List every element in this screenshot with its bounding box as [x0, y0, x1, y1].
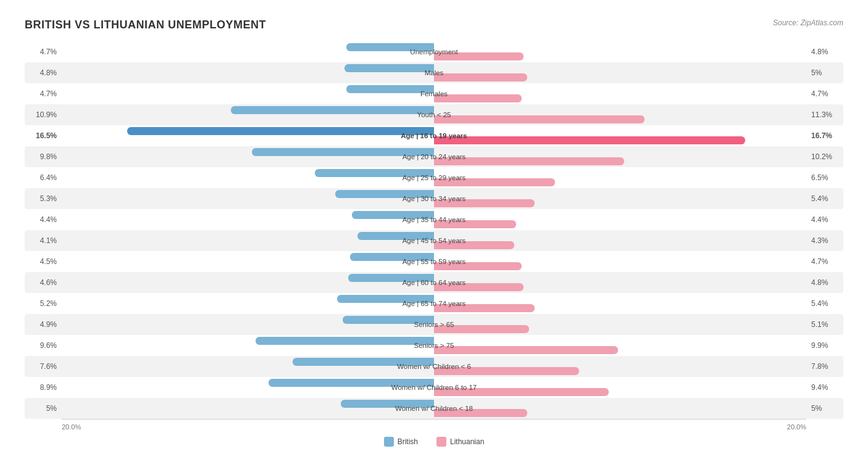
- chart-row: 5%Women w/ Children < 185%: [25, 398, 843, 419]
- blue-bar: [348, 274, 434, 282]
- pink-bar: [434, 241, 514, 249]
- right-value: 5.4%: [806, 194, 843, 203]
- pink-bar: [434, 115, 645, 123]
- pink-bar: [434, 388, 609, 396]
- x-axis-left-label: 20.0%: [62, 423, 81, 431]
- chart-row: 4.7%Females4.7%: [25, 83, 843, 104]
- bars-column: Age | 65 to 74 years: [62, 295, 806, 312]
- left-value: 5.2%: [25, 299, 62, 308]
- right-value: 4.3%: [806, 236, 843, 245]
- blue-bar: [350, 253, 434, 261]
- blue-bar: [335, 190, 434, 198]
- legend-british-icon: [384, 437, 394, 447]
- right-value: 5.4%: [806, 299, 843, 308]
- bars-column: Age | 55 to 59 years: [62, 253, 806, 270]
- chart-row: 4.7%Unemployment4.8%: [25, 41, 843, 62]
- left-value: 4.5%: [25, 257, 62, 266]
- left-value: 7.6%: [25, 362, 62, 371]
- blue-bar: [252, 148, 434, 156]
- bars-column: Youth < 25: [62, 106, 806, 123]
- left-value: 4.7%: [25, 89, 62, 98]
- right-value: 4.4%: [806, 215, 843, 224]
- pink-bar: [434, 94, 522, 102]
- right-value: 4.7%: [806, 257, 843, 266]
- right-value: 5.1%: [806, 320, 843, 329]
- chart-row: 5.2%Age | 65 to 74 years5.4%: [25, 293, 843, 314]
- chart-title: BRITISH VS LITHUANIAN UNEMPLOYMENT: [25, 19, 266, 31]
- chart-row: 10.9%Youth < 2511.3%: [25, 104, 843, 125]
- legend-lithuanian-icon: [436, 437, 446, 447]
- right-value: 4.8%: [806, 48, 843, 56]
- right-value: 9.4%: [806, 383, 843, 392]
- pink-bar: [434, 136, 745, 144]
- pink-bar: [434, 262, 522, 270]
- chart-header: BRITISH VS LITHUANIAN UNEMPLOYMENT Sourc…: [25, 19, 843, 31]
- blue-bar: [346, 43, 434, 51]
- chart-row: 5.3%Age | 30 to 34 years5.4%: [25, 188, 843, 209]
- chart-container: BRITISH VS LITHUANIAN UNEMPLOYMENT Sourc…: [12, 12, 856, 459]
- right-value: 5%: [806, 68, 843, 77]
- blue-bar: [346, 85, 434, 93]
- right-value: 16.7%: [806, 131, 843, 140]
- chart-row: 9.6%Seniors > 759.9%: [25, 335, 843, 356]
- left-value: 16.5%: [25, 131, 62, 140]
- left-value: 4.7%: [25, 48, 62, 56]
- blue-bar: [293, 358, 434, 366]
- bars-column: Age | 45 to 54 years: [62, 232, 806, 249]
- left-value: 4.9%: [25, 320, 62, 329]
- legend: British Lithuanian: [25, 437, 843, 447]
- bars-column: Females: [62, 85, 806, 102]
- blue-bar: [357, 232, 434, 240]
- left-value: 8.9%: [25, 383, 62, 392]
- left-value: 9.8%: [25, 152, 62, 161]
- bars-column: Age | 20 to 24 years: [62, 148, 806, 165]
- blue-bar: [352, 211, 434, 219]
- legend-lithuanian: Lithuanian: [436, 437, 484, 447]
- blue-bar: [341, 400, 434, 408]
- left-value: 4.4%: [25, 215, 62, 224]
- blue-bar: [231, 106, 434, 114]
- chart-row: 4.9%Seniors > 655.1%: [25, 314, 843, 335]
- right-value: 6.5%: [806, 173, 843, 182]
- bars-column: Women w/ Children < 6: [62, 358, 806, 375]
- chart-row: 9.8%Age | 20 to 24 years10.2%: [25, 146, 843, 167]
- bars-column: Unemployment: [62, 43, 806, 60]
- pink-bar: [434, 304, 535, 312]
- pink-bar: [434, 346, 618, 354]
- bars-column: Age | 60 to 64 years: [62, 274, 806, 291]
- bars-column: Age | 16 to 19 years: [62, 127, 806, 144]
- right-value: 4.8%: [806, 278, 843, 287]
- blue-bar: [269, 379, 434, 387]
- bars-column: Age | 30 to 34 years: [62, 190, 806, 207]
- legend-british: British: [384, 437, 418, 447]
- chart-source: Source: ZipAtlas.com: [773, 19, 843, 27]
- pink-bar: [434, 157, 624, 165]
- pink-bar: [434, 283, 524, 291]
- chart-row: 4.8%Males5%: [25, 62, 843, 83]
- right-value: 10.2%: [806, 152, 843, 161]
- bars-column: Seniors > 65: [62, 316, 806, 333]
- bars-column: Women w/ Children 6 to 17: [62, 379, 806, 396]
- chart-row: 6.4%Age | 25 to 29 years6.5%: [25, 167, 843, 188]
- right-value: 11.3%: [806, 110, 843, 119]
- pink-bar: [434, 325, 529, 333]
- chart-row: 16.5%Age | 16 to 19 years16.7%: [25, 125, 843, 146]
- legend-lithuanian-label: Lithuanian: [450, 437, 484, 446]
- left-value: 5.3%: [25, 194, 62, 203]
- right-value: 5%: [806, 404, 843, 413]
- bars-column: Women w/ Children < 18: [62, 400, 806, 417]
- blue-bar: [343, 316, 434, 324]
- chart-row: 4.6%Age | 60 to 64 years4.8%: [25, 272, 843, 293]
- left-value: 4.6%: [25, 278, 62, 287]
- right-value: 7.8%: [806, 362, 843, 371]
- x-axis-right-label: 20.0%: [787, 423, 806, 431]
- chart-row: 8.9%Women w/ Children 6 to 179.4%: [25, 377, 843, 398]
- blue-bar: [337, 295, 434, 303]
- left-value: 5%: [25, 404, 62, 413]
- pink-bar: [434, 199, 535, 207]
- right-value: 9.9%: [806, 341, 843, 350]
- pink-bar: [434, 52, 524, 60]
- bars-column: Age | 25 to 29 years: [62, 169, 806, 186]
- left-value: 4.1%: [25, 236, 62, 245]
- blue-bar: [256, 337, 434, 345]
